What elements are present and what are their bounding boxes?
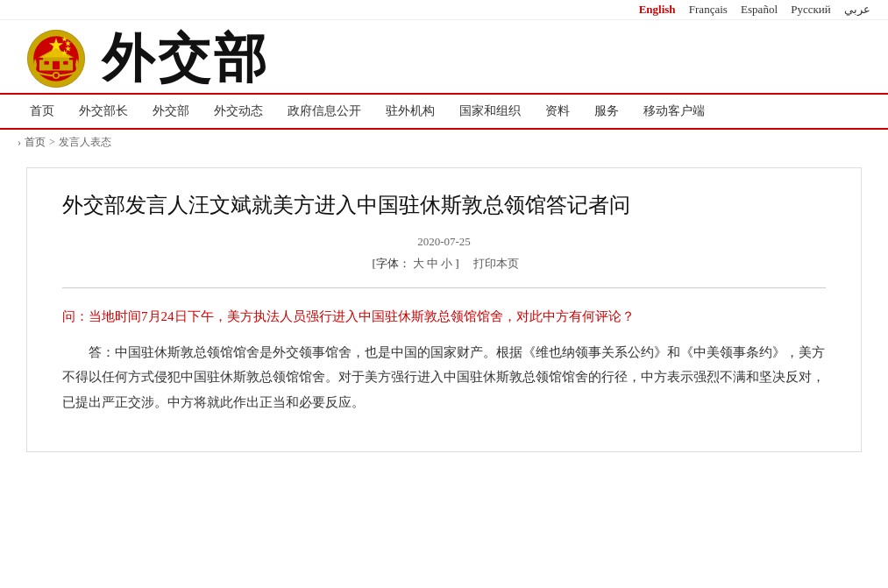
- font-medium-button[interactable]: 中: [427, 257, 438, 270]
- svg-point-15: [54, 74, 59, 78]
- article-container: 外交部发言人汪文斌就美方进入中国驻休斯敦总领馆答记者问 2020-07-25 […: [26, 167, 862, 452]
- breadcrumb-home[interactable]: 首页: [25, 135, 46, 150]
- svg-rect-6: [63, 61, 67, 65]
- lang-french[interactable]: Français: [689, 3, 728, 16]
- breadcrumb: › 首页 > 发言人表态: [0, 130, 888, 155]
- article-title: 外交部发言人汪文斌就美方进入中国驻休斯敦总领馆答记者问: [62, 189, 826, 221]
- breadcrumb-arrow: ›: [18, 136, 21, 149]
- lang-spanish[interactable]: Español: [741, 3, 778, 16]
- lang-russian[interactable]: Русский: [791, 3, 831, 16]
- svg-rect-5: [44, 61, 48, 65]
- site-logo-text: 外交部: [102, 32, 270, 85]
- nav-news[interactable]: 外交动态: [202, 95, 275, 128]
- font-large-button[interactable]: 大: [413, 257, 424, 270]
- nav-ministry[interactable]: 外交部: [140, 95, 202, 128]
- nav-minister[interactable]: 外交部长: [67, 95, 140, 128]
- nav-home[interactable]: 首页: [18, 95, 67, 128]
- article-divider: [62, 287, 826, 288]
- article-date: 2020-07-25: [62, 235, 826, 249]
- language-bar: English Français Español Русский عربي: [0, 0, 888, 20]
- article-font-tools: [字体：大 中 小] 打印本页: [62, 256, 826, 272]
- font-small-button[interactable]: 小: [441, 257, 452, 270]
- national-emblem-icon: [26, 29, 86, 89]
- article-question: 问：当地时间7月24日下午，美方执法人员强行进入中国驻休斯敦总领馆馆舍，对此中方…: [62, 304, 826, 329]
- main-content: 外交部发言人汪文斌就美方进入中国驻休斯敦总领馆答记者问 2020-07-25 […: [0, 155, 888, 478]
- article-body: 问：当地时间7月24日下午，美方执法人员强行进入中国驻休斯敦总领馆馆舍，对此中方…: [62, 304, 826, 414]
- breadcrumb-current: 发言人表态: [59, 135, 111, 150]
- print-button[interactable]: 打印本页: [473, 257, 519, 270]
- font-label: [字体：: [372, 257, 409, 270]
- font-end: ]: [455, 257, 458, 270]
- nav-countries[interactable]: 国家和组织: [447, 95, 533, 128]
- article-answer: 答：中国驻休斯敦总领馆馆舍是外交领事馆舍，也是中国的国家财产。根据《维也纳领事关…: [62, 340, 826, 415]
- lang-arabic[interactable]: عربي: [844, 3, 870, 16]
- lang-english[interactable]: English: [639, 3, 676, 16]
- svg-rect-4: [53, 61, 60, 70]
- nav-gov-info[interactable]: 政府信息公开: [275, 95, 373, 128]
- breadcrumb-separator: >: [49, 136, 55, 149]
- site-header: 外交部: [0, 20, 888, 95]
- nav-mobile[interactable]: 移动客户端: [631, 95, 717, 128]
- nav-resources[interactable]: 资料: [533, 95, 582, 128]
- nav-missions[interactable]: 驻外机构: [373, 95, 447, 128]
- nav-services[interactable]: 服务: [582, 95, 631, 128]
- main-navigation: 首页 外交部长 外交部 外交动态 政府信息公开 驻外机构 国家和组织 资料 服务…: [0, 95, 888, 130]
